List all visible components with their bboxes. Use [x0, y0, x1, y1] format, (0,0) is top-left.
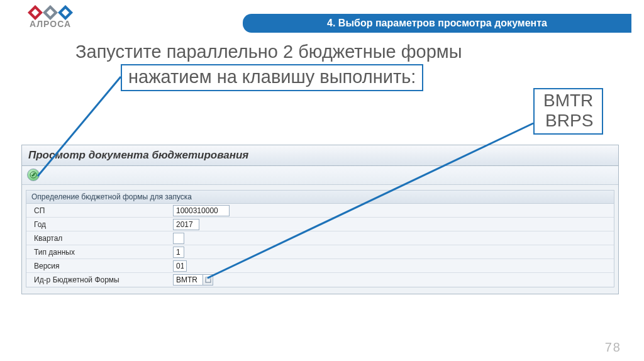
input-year[interactable]	[173, 219, 199, 230]
panel-toolbar	[22, 166, 618, 185]
input-sp[interactable]	[173, 205, 230, 216]
form-code-1: BMTR	[543, 91, 593, 111]
brand-logo-text: АЛРОСА	[13, 19, 88, 29]
label-year: Год	[31, 220, 173, 229]
section-ribbon: 4. Выбор параметров просмотра документа	[243, 14, 631, 33]
slide-headline: Запустите параллельно 2 бюджетные формы	[75, 42, 462, 62]
input-form-id[interactable]	[173, 274, 203, 286]
form-id-value-help-button[interactable]	[203, 274, 213, 286]
label-form-id: Ид-р Бюджетной Формы	[31, 275, 173, 284]
label-data-type: Тип данных	[31, 248, 173, 257]
form-codes-callout: BMTR BRPS	[533, 88, 603, 135]
input-data-type[interactable]	[173, 247, 184, 258]
svg-rect-8	[206, 277, 211, 279]
input-quarter[interactable]	[173, 233, 184, 244]
slide-subheadline-box: нажатием на клавишу выполнить:	[121, 64, 423, 91]
field-row-data-type: Тип данных	[26, 245, 614, 259]
label-version: Версия	[31, 262, 173, 270]
slide-subheadline: нажатием на клавишу выполнить:	[128, 67, 416, 87]
field-group: Определение бюджетной формы для запуска …	[26, 190, 614, 287]
label-sp: СП	[31, 206, 173, 215]
label-quarter: Квартал	[31, 234, 173, 243]
input-version[interactable]	[173, 260, 187, 272]
brand-logo: АЛРОСА	[13, 4, 88, 29]
field-row-year: Год	[26, 218, 614, 231]
execute-button[interactable]	[27, 169, 40, 181]
field-group-title: Определение бюджетной формы для запуска	[26, 191, 614, 204]
panel-title: Просмотр документа бюджетирования	[22, 145, 618, 166]
page-number: 78	[605, 340, 621, 355]
sap-panel: Просмотр документа бюджетирования Опреде…	[21, 145, 619, 294]
value-help-icon	[205, 277, 211, 283]
form-code-2: BRPS	[543, 111, 593, 131]
clock-check-icon	[30, 171, 37, 179]
field-row-form-id: Ид-р Бюджетной Формы	[26, 273, 614, 287]
field-row-version: Версия	[26, 259, 614, 273]
field-row-sp: СП	[26, 204, 614, 218]
field-row-quarter: Квартал	[26, 231, 614, 245]
